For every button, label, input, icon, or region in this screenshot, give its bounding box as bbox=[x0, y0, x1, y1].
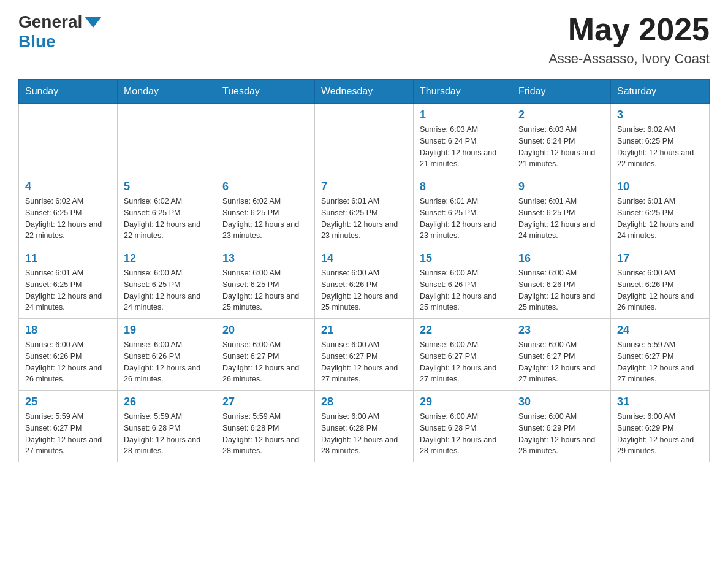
calendar-cell: 25Sunrise: 5:59 AMSunset: 6:27 PMDayligh… bbox=[19, 391, 118, 462]
day-of-week-header: Friday bbox=[512, 80, 611, 104]
calendar-cell: 28Sunrise: 6:00 AMSunset: 6:28 PMDayligh… bbox=[315, 391, 414, 462]
day-number: 15 bbox=[420, 252, 506, 265]
day-info: Sunrise: 6:00 AMSunset: 6:27 PMDaylight:… bbox=[518, 339, 604, 385]
day-number: 10 bbox=[617, 180, 703, 193]
day-of-week-header: Wednesday bbox=[315, 80, 414, 104]
calendar-header-row: SundayMondayTuesdayWednesdayThursdayFrid… bbox=[19, 80, 710, 104]
day-number: 23 bbox=[518, 324, 604, 337]
day-info: Sunrise: 6:02 AMSunset: 6:25 PMDaylight:… bbox=[25, 196, 111, 242]
calendar-cell bbox=[315, 104, 414, 175]
calendar-cell: 8Sunrise: 6:01 AMSunset: 6:25 PMDaylight… bbox=[414, 175, 512, 247]
day-of-week-header: Monday bbox=[118, 80, 216, 104]
day-info: Sunrise: 6:00 AMSunset: 6:26 PMDaylight:… bbox=[321, 267, 407, 313]
month-title: May 2025 bbox=[548, 12, 710, 47]
calendar-cell: 16Sunrise: 6:00 AMSunset: 6:26 PMDayligh… bbox=[512, 247, 611, 319]
day-number: 12 bbox=[124, 252, 210, 265]
day-number: 24 bbox=[617, 324, 703, 337]
calendar-cell: 2Sunrise: 6:03 AMSunset: 6:24 PMDaylight… bbox=[512, 104, 611, 175]
week-row: 4Sunrise: 6:02 AMSunset: 6:25 PMDaylight… bbox=[19, 175, 710, 247]
day-number: 1 bbox=[420, 109, 506, 121]
day-of-week-header: Sunday bbox=[19, 80, 118, 104]
day-info: Sunrise: 6:02 AMSunset: 6:25 PMDaylight:… bbox=[617, 124, 703, 170]
calendar-cell: 19Sunrise: 6:00 AMSunset: 6:26 PMDayligh… bbox=[118, 319, 216, 391]
calendar-cell: 3Sunrise: 6:02 AMSunset: 6:25 PMDaylight… bbox=[611, 104, 710, 175]
week-row: 25Sunrise: 5:59 AMSunset: 6:27 PMDayligh… bbox=[19, 391, 710, 462]
calendar-cell: 22Sunrise: 6:00 AMSunset: 6:27 PMDayligh… bbox=[414, 319, 512, 391]
calendar-cell: 31Sunrise: 6:00 AMSunset: 6:29 PMDayligh… bbox=[611, 391, 710, 462]
day-number: 25 bbox=[25, 396, 111, 408]
week-row: 1Sunrise: 6:03 AMSunset: 6:24 PMDaylight… bbox=[19, 104, 710, 175]
day-number: 28 bbox=[321, 396, 407, 408]
calendar-cell: 30Sunrise: 6:00 AMSunset: 6:29 PMDayligh… bbox=[512, 391, 611, 462]
calendar-cell: 14Sunrise: 6:00 AMSunset: 6:26 PMDayligh… bbox=[315, 247, 414, 319]
day-number: 17 bbox=[617, 252, 703, 265]
day-number: 29 bbox=[420, 396, 506, 408]
calendar-cell: 7Sunrise: 6:01 AMSunset: 6:25 PMDaylight… bbox=[315, 175, 414, 247]
day-number: 9 bbox=[518, 180, 604, 193]
day-number: 14 bbox=[321, 252, 407, 265]
day-info: Sunrise: 6:03 AMSunset: 6:24 PMDaylight:… bbox=[518, 124, 604, 170]
logo-blue-text: Blue bbox=[18, 32, 56, 52]
day-number: 31 bbox=[617, 396, 703, 408]
day-info: Sunrise: 6:01 AMSunset: 6:25 PMDaylight:… bbox=[617, 196, 703, 242]
page-header: General Blue May 2025 Asse-Assasso, Ivor… bbox=[18, 12, 710, 67]
day-info: Sunrise: 6:01 AMSunset: 6:25 PMDaylight:… bbox=[518, 196, 604, 242]
day-info: Sunrise: 6:02 AMSunset: 6:25 PMDaylight:… bbox=[222, 196, 308, 242]
calendar-cell: 11Sunrise: 6:01 AMSunset: 6:25 PMDayligh… bbox=[19, 247, 118, 319]
week-row: 18Sunrise: 6:00 AMSunset: 6:26 PMDayligh… bbox=[19, 319, 710, 391]
day-info: Sunrise: 6:00 AMSunset: 6:27 PMDaylight:… bbox=[420, 339, 506, 385]
day-info: Sunrise: 5:59 AMSunset: 6:27 PMDaylight:… bbox=[617, 339, 703, 385]
calendar-cell: 10Sunrise: 6:01 AMSunset: 6:25 PMDayligh… bbox=[611, 175, 710, 247]
day-info: Sunrise: 5:59 AMSunset: 6:28 PMDaylight:… bbox=[124, 411, 210, 457]
day-info: Sunrise: 5:59 AMSunset: 6:28 PMDaylight:… bbox=[222, 411, 308, 457]
calendar-table: SundayMondayTuesdayWednesdayThursdayFrid… bbox=[18, 79, 710, 462]
day-info: Sunrise: 5:59 AMSunset: 6:27 PMDaylight:… bbox=[25, 411, 111, 457]
calendar-cell: 29Sunrise: 6:00 AMSunset: 6:28 PMDayligh… bbox=[414, 391, 512, 462]
day-number: 18 bbox=[25, 324, 111, 337]
day-of-week-header: Thursday bbox=[414, 80, 512, 104]
day-info: Sunrise: 6:00 AMSunset: 6:27 PMDaylight:… bbox=[321, 339, 407, 385]
day-info: Sunrise: 6:00 AMSunset: 6:28 PMDaylight:… bbox=[420, 411, 506, 457]
calendar-cell: 26Sunrise: 5:59 AMSunset: 6:28 PMDayligh… bbox=[118, 391, 216, 462]
calendar-cell bbox=[19, 104, 118, 175]
title-block: May 2025 Asse-Assasso, Ivory Coast bbox=[548, 12, 710, 67]
day-number: 16 bbox=[518, 252, 604, 265]
day-info: Sunrise: 6:03 AMSunset: 6:24 PMDaylight:… bbox=[420, 124, 506, 170]
calendar-cell: 13Sunrise: 6:00 AMSunset: 6:25 PMDayligh… bbox=[216, 247, 315, 319]
calendar-cell bbox=[216, 104, 315, 175]
calendar-cell: 12Sunrise: 6:00 AMSunset: 6:25 PMDayligh… bbox=[118, 247, 216, 319]
day-info: Sunrise: 6:00 AMSunset: 6:27 PMDaylight:… bbox=[222, 339, 308, 385]
day-info: Sunrise: 6:00 AMSunset: 6:25 PMDaylight:… bbox=[124, 267, 210, 313]
logo: General Blue bbox=[18, 12, 102, 52]
day-number: 6 bbox=[222, 180, 308, 193]
day-info: Sunrise: 6:02 AMSunset: 6:25 PMDaylight:… bbox=[124, 196, 210, 242]
calendar-cell: 21Sunrise: 6:00 AMSunset: 6:27 PMDayligh… bbox=[315, 319, 414, 391]
day-number: 26 bbox=[124, 396, 210, 408]
day-number: 22 bbox=[420, 324, 506, 337]
day-number: 13 bbox=[222, 252, 308, 265]
calendar-cell: 5Sunrise: 6:02 AMSunset: 6:25 PMDaylight… bbox=[118, 175, 216, 247]
day-number: 2 bbox=[518, 109, 604, 121]
calendar-cell: 1Sunrise: 6:03 AMSunset: 6:24 PMDaylight… bbox=[414, 104, 512, 175]
calendar-cell: 4Sunrise: 6:02 AMSunset: 6:25 PMDaylight… bbox=[19, 175, 118, 247]
day-number: 19 bbox=[124, 324, 210, 337]
day-info: Sunrise: 6:00 AMSunset: 6:25 PMDaylight:… bbox=[222, 267, 308, 313]
day-info: Sunrise: 6:01 AMSunset: 6:25 PMDaylight:… bbox=[321, 196, 407, 242]
day-info: Sunrise: 6:00 AMSunset: 6:26 PMDaylight:… bbox=[124, 339, 210, 385]
day-number: 4 bbox=[25, 180, 111, 193]
day-number: 20 bbox=[222, 324, 308, 337]
day-info: Sunrise: 6:01 AMSunset: 6:25 PMDaylight:… bbox=[420, 196, 506, 242]
calendar-cell: 23Sunrise: 6:00 AMSunset: 6:27 PMDayligh… bbox=[512, 319, 611, 391]
location: Asse-Assasso, Ivory Coast bbox=[548, 51, 710, 67]
day-of-week-header: Tuesday bbox=[216, 80, 315, 104]
calendar-cell: 17Sunrise: 6:00 AMSunset: 6:26 PMDayligh… bbox=[611, 247, 710, 319]
day-number: 21 bbox=[321, 324, 407, 337]
calendar-cell: 18Sunrise: 6:00 AMSunset: 6:26 PMDayligh… bbox=[19, 319, 118, 391]
day-number: 8 bbox=[420, 180, 506, 193]
calendar-cell bbox=[118, 104, 216, 175]
calendar-cell: 6Sunrise: 6:02 AMSunset: 6:25 PMDaylight… bbox=[216, 175, 315, 247]
day-info: Sunrise: 6:00 AMSunset: 6:29 PMDaylight:… bbox=[518, 411, 604, 457]
calendar-cell: 20Sunrise: 6:00 AMSunset: 6:27 PMDayligh… bbox=[216, 319, 315, 391]
logo-text: General bbox=[18, 12, 82, 32]
day-info: Sunrise: 6:01 AMSunset: 6:25 PMDaylight:… bbox=[25, 267, 111, 313]
